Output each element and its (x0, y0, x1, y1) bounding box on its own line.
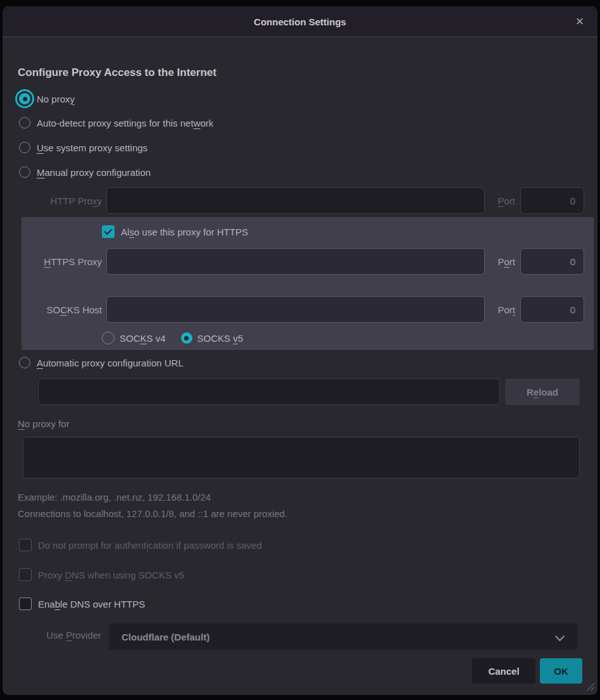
https-port-input[interactable] (520, 248, 584, 275)
radio-auto-detect-label: Auto-detect proxy settings for this netw… (37, 118, 213, 128)
checkbox-also-https[interactable]: Also use this proxy for HTTPS (102, 225, 248, 239)
chevron-down-icon (555, 632, 565, 642)
radio-no-proxy[interactable]: No proxy (19, 90, 75, 108)
radio-system-proxy[interactable]: Use system proxy settings (19, 139, 147, 156)
http-port-input[interactable] (520, 187, 584, 214)
radio-manual-proxy[interactable]: Manual proxy configuration (19, 163, 151, 181)
checkbox-no-auth-prompt-label: Do not prompt for authentication if pass… (38, 540, 262, 551)
socks-host-input[interactable] (106, 296, 485, 323)
https-proxy-row: HTTPS Proxy Port (22, 248, 582, 275)
checkbox-proxy-dns[interactable]: Proxy DNS when using SOCKS v5 (19, 568, 184, 582)
checkbox-also-https-label: Also use this proxy for HTTPS (121, 227, 248, 237)
checkbox-enable-doh[interactable]: Enable DNS over HTTPS (19, 597, 145, 611)
resize-grip[interactable] (585, 682, 594, 691)
radio-socks-v5-label[interactable]: SOCKS v5 (197, 333, 244, 344)
close-icon[interactable]: × (570, 11, 590, 32)
dialog-titlebar: Connection Settings × (3, 6, 597, 37)
no-proxy-for-label: No proxy for (18, 418, 70, 429)
checkbox-checked-icon[interactable] (102, 225, 115, 238)
radio-selected-icon-socks-v5[interactable] (181, 332, 192, 344)
http-proxy-row: HTTP Proxy Port (22, 187, 582, 214)
socks-port-label: Port (491, 304, 515, 315)
provider-selected-value: Cloudflare (Default) (122, 632, 209, 642)
radio-manual-proxy-label: Manual proxy configuration (37, 167, 151, 178)
socks-port-input[interactable] (520, 296, 584, 323)
reload-button[interactable]: Reload (505, 378, 580, 405)
checkbox-enable-doh-label: Enable DNS over HTTPS (38, 599, 145, 609)
cancel-button[interactable]: Cancel (472, 658, 535, 684)
provider-dropdown[interactable]: Cloudflare (Default) (109, 623, 577, 650)
radio-system-proxy-label: Use system proxy settings (37, 142, 147, 153)
dialog-title: Connection Settings (254, 16, 346, 27)
radio-auto-url[interactable]: Automatic proxy configuration URL (19, 354, 184, 372)
no-proxy-example-text: Example: .mozilla.org, .net.nz, 192.168.… (18, 492, 211, 503)
https-port-label: Port (491, 256, 515, 267)
checkbox-icon[interactable] (19, 568, 32, 581)
radio-icon[interactable] (19, 117, 30, 128)
checkbox-icon[interactable] (19, 539, 32, 551)
radio-selected-icon[interactable] (19, 93, 30, 104)
https-proxy-input[interactable] (106, 248, 485, 275)
radio-icon-socks-v4[interactable] (102, 332, 115, 344)
checkbox-no-auth-prompt[interactable]: Do not prompt for authentication if pass… (19, 538, 262, 552)
socks-host-label: SOCKS Host (22, 304, 106, 315)
radio-icon[interactable] (19, 166, 30, 178)
radio-icon[interactable] (19, 357, 30, 368)
radio-auto-detect[interactable]: Auto-detect proxy settings for this netw… (19, 114, 213, 132)
auto-url-input[interactable] (38, 378, 500, 405)
socks-version-row: SOCKS v4 SOCKS v5 (102, 332, 243, 344)
no-proxy-for-textarea[interactable] (23, 437, 580, 478)
https-proxy-label: HTTPS Proxy (22, 256, 106, 267)
http-port-label: Port (491, 196, 515, 206)
checkbox-proxy-dns-label: Proxy DNS when using SOCKS v5 (38, 570, 184, 580)
page-title: Configure Proxy Access to the Internet (18, 66, 216, 79)
http-proxy-input[interactable] (106, 187, 485, 214)
ok-button[interactable]: OK (540, 658, 582, 684)
http-proxy-label: HTTP Proxy (22, 196, 106, 206)
no-proxy-note-text: Connections to localhost, 127.0.0.1/8, a… (18, 508, 287, 519)
radio-auto-url-label: Automatic proxy configuration URL (37, 358, 184, 368)
use-provider-label: Use Provider (18, 630, 101, 641)
radio-icon[interactable] (19, 142, 30, 153)
connection-settings-dialog: Connection Settings × Configure Proxy Ac… (3, 6, 597, 695)
radio-no-proxy-label: No proxy (37, 94, 75, 104)
radio-socks-v4-label[interactable]: SOCKS v4 (120, 333, 166, 344)
checkbox-icon[interactable] (19, 597, 32, 610)
socks-host-row: SOCKS Host Port (22, 296, 582, 323)
